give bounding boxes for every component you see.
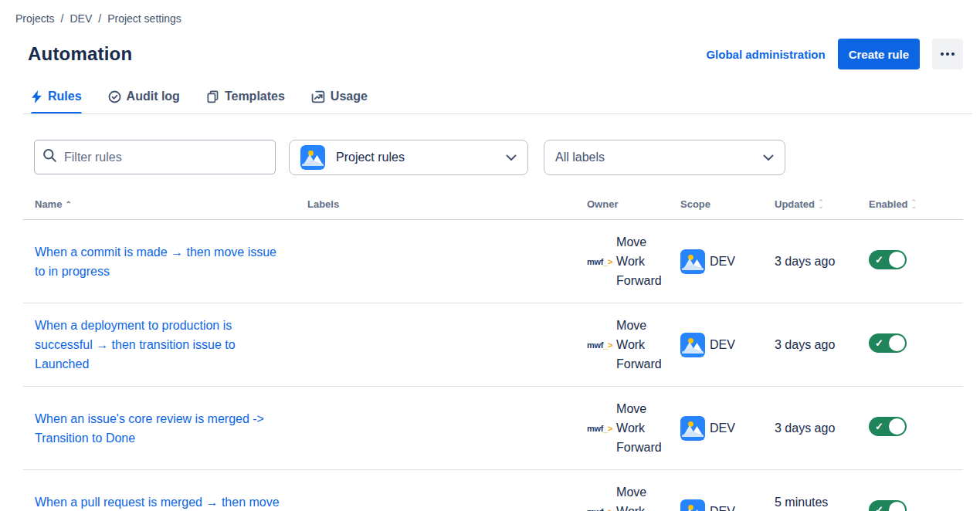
tab-label: Audit log [127, 90, 180, 103]
column-header-owner: Owner [575, 198, 669, 210]
project-avatar-icon [300, 145, 325, 170]
ellipsis-icon [941, 52, 944, 56]
toggle-knob [889, 502, 905, 511]
rule-updated: 3 days ago [763, 335, 857, 354]
enabled-toggle[interactable]: ✓ [869, 500, 907, 511]
sort-icon: ⌃⌄ [818, 201, 824, 208]
rule-scope: DEV [669, 249, 763, 274]
trend-chart-icon [311, 90, 325, 103]
owner-logo-icon: mwf_> [587, 507, 612, 511]
owner-name: Move Work Forward [616, 232, 669, 290]
project-rules-select[interactable]: Project rules [289, 140, 528, 175]
sort-asc-icon: ⌃ [65, 201, 71, 208]
scope-name: DEV [710, 255, 735, 269]
scope-name: DEV [710, 505, 735, 511]
tabs-bar: Rules Audit log Templates Usage [31, 90, 963, 114]
filter-rules-input[interactable] [64, 151, 267, 164]
enabled-toggle[interactable]: ✓ [869, 333, 907, 353]
column-header-scope: Scope [669, 198, 763, 210]
more-actions-button[interactable] [932, 39, 963, 69]
filter-rules-search[interactable] [34, 140, 276, 174]
check-circle-icon [108, 90, 121, 103]
rule-updated: 3 days ago [763, 418, 857, 438]
tab-label: Usage [331, 90, 368, 103]
automation-settings-page: Projects / DEV / Project settings Automa… [0, 0, 980, 511]
owner-logo-icon: mwf_> [587, 340, 612, 350]
page-header: Automation Global administration Create … [28, 39, 963, 69]
rule-owner: mwf_> Move Work Forward [575, 482, 669, 511]
breadcrumb-separator: / [98, 12, 101, 25]
toggle-knob [889, 418, 905, 435]
tab-templates[interactable]: Templates [206, 90, 285, 114]
table-header-row: Name ⌃ Labels Owner Scope Updated ⌃⌄ Ena… [23, 198, 963, 220]
breadcrumb: Projects / DEV / Project settings [15, 12, 963, 25]
rule-updated: 3 days ago [763, 252, 857, 271]
rules-table: Name ⌃ Labels Owner Scope Updated ⌃⌄ Ena… [23, 198, 963, 511]
rule-scope: DEV [669, 333, 763, 357]
lightning-bolt-icon [31, 90, 42, 103]
owner-name: Move Work Forward [616, 482, 669, 511]
owner-logo-icon: mwf_> [587, 424, 612, 433]
rule-name-link[interactable]: When a pull request is merged → then mov… [35, 492, 290, 511]
rule-row: When a deployment to production is succe… [23, 303, 963, 387]
rule-updated: 5 minutes ago [763, 492, 857, 511]
scope-name: DEV [710, 338, 735, 352]
rule-owner: mwf_> Move Work Forward [575, 232, 669, 290]
scope-name: DEV [710, 421, 735, 435]
global-administration-link[interactable]: Global administration [706, 48, 825, 61]
create-rule-button[interactable]: Create rule [838, 39, 920, 69]
copy-pages-icon [206, 90, 219, 103]
owner-name: Move Work Forward [616, 399, 669, 457]
all-labels-select-value: All labels [555, 151, 763, 164]
breadcrumb-dev[interactable]: DEV [70, 12, 92, 25]
owner-name: Move Work Forward [616, 316, 669, 374]
tabs-divider [23, 113, 972, 114]
rule-owner: mwf_> Move Work Forward [575, 399, 669, 457]
owner-logo-icon: mwf_> [587, 257, 612, 266]
breadcrumb-projects[interactable]: Projects [15, 12, 55, 25]
rule-name-link[interactable]: When a commit is made → then move issue … [35, 242, 290, 281]
ellipsis-icon [946, 52, 949, 56]
chevron-down-icon [506, 151, 517, 164]
page-title: Automation [28, 43, 132, 65]
project-avatar-icon [680, 333, 705, 357]
rule-scope: DEV [669, 416, 763, 441]
column-header-enabled[interactable]: Enabled ⌃⌄ [857, 198, 963, 210]
rule-name-link[interactable]: When an issue's core review is merged ->… [35, 409, 290, 448]
rule-row: When a pull request is merged → then mov… [23, 470, 963, 511]
column-header-updated[interactable]: Updated ⌃⌄ [763, 198, 857, 210]
search-icon [42, 148, 57, 166]
rule-row: When an issue's core review is merged ->… [23, 387, 963, 470]
rule-scope: DEV [669, 499, 763, 511]
toggle-knob [889, 335, 905, 351]
ellipsis-icon [951, 52, 955, 56]
tab-label: Templates [225, 90, 285, 103]
rule-owner: mwf_> Move Work Forward [575, 316, 669, 374]
column-header-labels: Labels [296, 198, 575, 210]
header-actions: Global administration Create rule [706, 39, 963, 69]
rule-row: When a commit is made → then move issue … [23, 220, 963, 303]
filters-row: Project rules All labels [34, 140, 963, 175]
project-avatar-icon [680, 249, 705, 274]
enabled-toggle[interactable]: ✓ [869, 417, 907, 436]
project-avatar-icon [680, 499, 705, 511]
check-icon: ✓ [875, 253, 883, 266]
check-icon: ✓ [875, 420, 883, 433]
breadcrumb-project-settings[interactable]: Project settings [107, 12, 181, 25]
sort-icon: ⌃⌄ [911, 201, 917, 208]
chevron-down-icon [763, 151, 774, 164]
project-avatar-icon [680, 416, 705, 441]
tab-audit-log[interactable]: Audit log [108, 90, 180, 114]
toggle-knob [889, 252, 905, 268]
project-rules-select-value: Project rules [336, 151, 495, 164]
check-icon: ✓ [875, 503, 883, 511]
breadcrumb-separator: / [61, 12, 64, 25]
rule-name-link[interactable]: When a deployment to production is succe… [35, 316, 290, 374]
tab-usage[interactable]: Usage [311, 90, 368, 114]
column-header-name[interactable]: Name ⌃ [23, 198, 296, 210]
check-icon: ✓ [875, 337, 883, 350]
enabled-toggle[interactable]: ✓ [869, 250, 907, 269]
tab-rules[interactable]: Rules [31, 90, 82, 114]
tab-label: Rules [48, 90, 82, 103]
all-labels-select[interactable]: All labels [544, 140, 785, 175]
